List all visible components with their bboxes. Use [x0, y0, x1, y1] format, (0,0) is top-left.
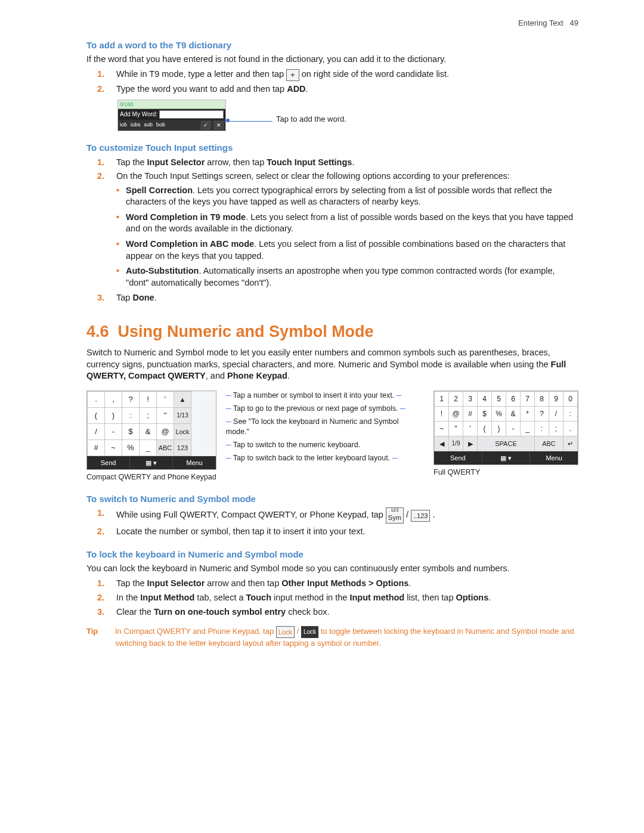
tip-label: Tip: [86, 626, 103, 649]
abc-key: ABC: [157, 439, 174, 456]
sec2-step1: 1. Tap the Input Selector arrow, then ta…: [97, 157, 578, 169]
char-counter: 0/160: [118, 100, 225, 109]
callout-text: Tap to add the word.: [276, 114, 346, 125]
sec1-step1: 1. While in T9 mode, type a letter and t…: [97, 69, 578, 80]
sym-icon: 123Sym: [386, 507, 404, 524]
running-head: Entering Text 49: [86, 18, 578, 29]
sec5-step3: 3. Clear the Turn on one-touch symbol en…: [97, 606, 578, 618]
send-button: Send: [87, 456, 130, 469]
sec3-intro: Switch to Numeric and Symbol mode to let…: [86, 347, 578, 382]
callout-leader: [230, 121, 273, 122]
next-page-icon: ▶: [463, 436, 478, 451]
keyboard-full: 1234567890 !@#$%&*?/: ~"'()-_:;. ◀ 1/9 ▶…: [434, 391, 578, 465]
keyboard-compact: .,?!'▲ ():;"1/13 /-$&@Lock #~%_ABC123 Se…: [86, 391, 216, 470]
sec5-step1: 1. Tap the Input Selector arrow and then…: [97, 578, 578, 590]
sugg-3: bob: [156, 121, 165, 129]
intro-add-word: If the word that you have entered is not…: [86, 54, 578, 66]
heading-lock: To lock the keyboard in Numeric and Symb…: [86, 549, 578, 561]
sec4-step1: 1. While using Full QWERTY, Compact QWER…: [97, 507, 578, 524]
sec1-step2: 2. Type the word you want to add and the…: [97, 83, 578, 95]
sec2-step3: 3. Tap Done.: [97, 292, 578, 304]
input-selector-icon: ▦ ▾: [130, 456, 173, 469]
menu-button: Menu: [173, 456, 215, 469]
input-selector-icon: ▦ ▾: [482, 451, 531, 465]
chapter-name: Entering Text: [518, 18, 564, 27]
sec2-step2: 2. On the Touch Input Settings screen, s…: [97, 171, 578, 289]
section-4-6-title: 4.6 Using Numeric and Symbol Mode: [86, 321, 578, 342]
bullet-wc-t9: Word Completion in T9 mode. Lets you sel…: [116, 212, 578, 235]
plus-icon: +: [286, 69, 299, 81]
keyboard-figure: .,?!'▲ ():;"1/13 /-$&@Lock #~%_ABC123 Se…: [86, 391, 578, 482]
sugg-0: iob: [120, 121, 127, 129]
menu-button: Menu: [530, 451, 578, 465]
sec5-intro: You can lock the keyboard in Numeric and…: [86, 563, 578, 575]
addword-label: Add My Word:: [120, 110, 157, 119]
123-key: 123: [174, 439, 191, 456]
callout-dot: [226, 119, 230, 122]
figure-add-word: 0/160 Add My Word: iob iobs sob bob ✓ ✕ …: [117, 100, 578, 131]
addword-field: [159, 110, 224, 119]
bullet-spell: Spell Correction. Lets you correct typog…: [116, 185, 578, 208]
send-button: Send: [434, 451, 482, 465]
pager-full: 1/9: [449, 436, 463, 451]
heading-add-word: To add a word to the T9 dictionary: [86, 39, 578, 51]
bullet-wc-abc: Word Completion in ABC mode. Lets you se…: [116, 239, 578, 262]
heading-customize: To customize Touch Input settings: [86, 142, 578, 154]
addword-screenshot: 0/160 Add My Word: iob iobs sob bob ✓ ✕: [117, 100, 226, 131]
sugg-2: sob: [144, 121, 153, 129]
page-number: 49: [570, 18, 578, 27]
caption-compact: Compact QWERTY and Phone Keypad: [86, 472, 216, 482]
sugg-1: iobs: [131, 121, 141, 129]
enter-icon: ↵: [564, 436, 578, 451]
pager-compact: 1/13: [174, 407, 191, 423]
lock-icon-dark: Lock: [301, 626, 318, 638]
tip: Tip In Compact QWERTY and Phone Keypad, …: [86, 626, 578, 649]
lock-icon-light: Lock: [276, 626, 295, 638]
space-key: SPACE: [478, 436, 535, 451]
figure-callouts: ─ Tap a number or symbol to insert it in…: [226, 391, 424, 467]
heading-switch: To switch to Numeric and Symbol mode: [86, 493, 578, 505]
abc-key-full: ABC: [535, 436, 564, 451]
tip-body: In Compact QWERTY and Phone Keypad, tap …: [115, 626, 578, 649]
bullet-autosub: Auto-Substitution. Automatically inserts…: [116, 265, 578, 289]
sec4-step2: 2. Locate the number or symbol, then tap…: [97, 526, 578, 538]
lock-key: Lock: [174, 423, 191, 439]
caption-full: Full QWERTY: [434, 467, 578, 478]
close-icon: ✕: [214, 121, 224, 129]
check-icon: ✓: [201, 121, 210, 129]
prev-page-icon: ◀: [435, 436, 449, 451]
num123-icon: ..123: [411, 510, 430, 522]
sec5-step2: 2. In the Input Method tab, select a Tou…: [97, 592, 578, 604]
